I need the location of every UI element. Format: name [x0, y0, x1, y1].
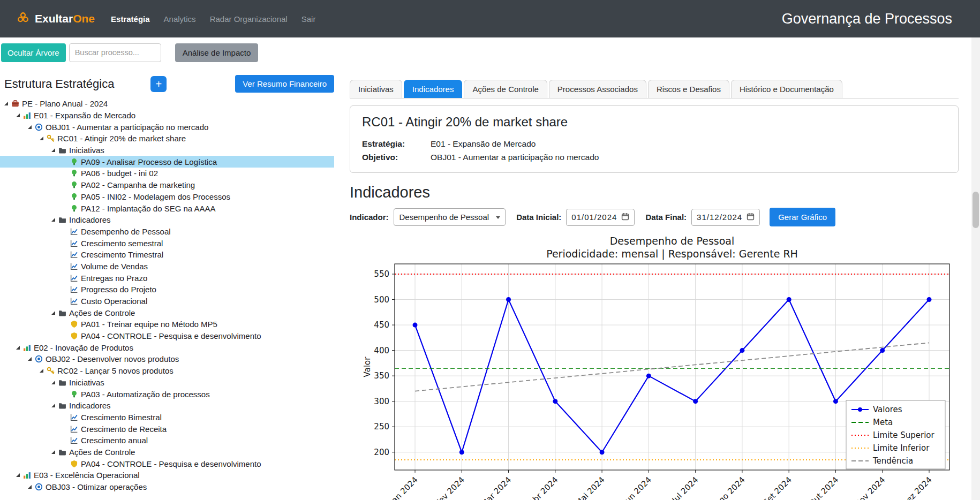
tree-node[interactable]: Crescimento Trimestral: [0, 249, 334, 261]
tree-node[interactable]: Indicadores: [0, 214, 334, 226]
tree-node[interactable]: Crescimento anual: [0, 435, 334, 446]
tab-iniciativas[interactable]: Iniciativas: [350, 80, 402, 98]
tree-node[interactable]: E02 - Inovação de Produtos: [0, 342, 334, 353]
expand-arrow-icon[interactable]: [28, 485, 32, 489]
control-shield-icon: [70, 320, 78, 328]
svg-text:Out 2024: Out 2024: [807, 475, 840, 500]
expand-arrow-icon[interactable]: [51, 218, 55, 222]
tree-node[interactable]: Progresso do Projeto: [0, 284, 334, 296]
expand-arrow-icon[interactable]: [51, 381, 55, 384]
tab-processos-associados[interactable]: Processos Associados: [549, 80, 646, 98]
briefcase-icon: [11, 100, 19, 108]
tree-node-label: OBJ01 - Aumentar a participação no merca…: [46, 123, 208, 132]
brand[interactable]: ExultarOne: [16, 11, 95, 27]
indicator-select[interactable]: Desempenho de Pessoal: [394, 208, 506, 226]
tree-node[interactable]: OBJ02 - Desenvolver novos produtos: [0, 353, 334, 365]
tree-node-label: RC01 - Atingir 20% de market share: [57, 134, 186, 143]
tree-node[interactable]: PA04 - CONTROLE - Pesquisa e desenvolvim…: [0, 330, 334, 342]
search-input[interactable]: [69, 43, 161, 62]
tree-node-label: PA03 - Automatização de processos: [81, 390, 210, 399]
initiative-bulb-icon: [70, 181, 78, 189]
page-title: Governança de Processos: [782, 11, 952, 27]
expand-arrow-icon[interactable]: [28, 125, 32, 129]
tree-node[interactable]: PA05 - INI02 - Modelagem dos Processos: [0, 191, 334, 203]
tab-indicadores[interactable]: Indicadores: [404, 80, 463, 98]
svg-text:Meta: Meta: [873, 418, 893, 427]
tree-node-label: Iniciativas: [69, 378, 104, 387]
tree-node[interactable]: Ações de Controle: [0, 307, 334, 319]
scrollbar-track[interactable]: [971, 37, 980, 500]
tree-node[interactable]: PA12 - Implantação do SEG na AAAA: [0, 202, 334, 214]
expand-arrow-icon[interactable]: [16, 113, 20, 117]
tree-node-label: PA12 - Implantação do SEG na AAAA: [81, 204, 216, 213]
tree-node[interactable]: Indicadores: [0, 400, 334, 412]
tree-node[interactable]: Entregas no Prazo: [0, 272, 334, 284]
tab-ações-de-controle[interactable]: Ações de Controle: [464, 80, 547, 98]
add-node-button[interactable]: +: [150, 76, 167, 92]
detail-field-strategy: Estratégia:E01 - Expansão de Mercado: [362, 137, 946, 150]
tree-node-label: RC02 - Lançar 5 novos produtos: [57, 366, 174, 375]
tree-node[interactable]: PA01 - Treinar equipe no Método MP5: [0, 319, 334, 330]
tree-node-label: E01 - Expansão de Mercado: [34, 111, 135, 120]
tree-node[interactable]: Crescimento de Receita: [0, 423, 334, 435]
nav-item-analytics[interactable]: Analytics: [164, 14, 196, 24]
tree-node[interactable]: Iniciativas: [0, 145, 334, 156]
tree-node[interactable]: PA03 - Automatização de processos: [0, 388, 334, 400]
indicator-chart: Desempenho de PessoalPeriodicidade: mens…: [356, 232, 980, 500]
field-value: E01 - Expansão de Mercado: [431, 139, 536, 148]
hide-tree-button[interactable]: Ocultar Árvore: [1, 43, 66, 62]
expand-arrow-icon[interactable]: [40, 137, 43, 140]
tree-node[interactable]: RC01 - Atingir 20% de market share: [0, 133, 334, 145]
svg-text:Mai 2024: Mai 2024: [574, 475, 607, 500]
tree-node[interactable]: Crescimento Bimestral: [0, 412, 334, 423]
svg-text:350: 350: [374, 371, 389, 381]
expand-arrow-icon[interactable]: [16, 346, 20, 350]
expand-arrow-icon[interactable]: [51, 404, 55, 407]
detail-card: RC01 - Atingir 20% de market share Estra…: [350, 105, 959, 173]
scrollbar-thumb[interactable]: [973, 192, 979, 228]
nav-item-estratégia[interactable]: Estratégia: [111, 14, 150, 24]
tree-node[interactable]: Crescimento semestral: [0, 237, 334, 249]
svg-text:200: 200: [374, 448, 389, 457]
financial-summary-button[interactable]: Ver Resumo Financeiro: [235, 75, 334, 93]
tree-node[interactable]: E03 - Excelência Operacional: [0, 469, 334, 481]
strategy-chart-icon: [23, 344, 31, 352]
tree-node[interactable]: OBJ03 - Otimizar operações: [0, 481, 334, 493]
tree-node[interactable]: Volume de Vendas: [0, 261, 334, 272]
expand-arrow-icon[interactable]: [51, 311, 55, 315]
tree-node[interactable]: OBJ01 - Aumentar a participação no merca…: [0, 121, 334, 133]
start-date-label: Data Inicial:: [516, 213, 561, 222]
tree-node[interactable]: E01 - Expansão de Mercado: [0, 110, 334, 122]
initiative-bulb-icon: [70, 169, 78, 177]
brand-name: ExultarOne: [35, 12, 95, 25]
expand-arrow-icon[interactable]: [40, 369, 43, 373]
tree-node[interactable]: PA02 - Campanha de marketing: [0, 179, 334, 191]
expand-arrow-icon[interactable]: [16, 473, 20, 477]
tree-node[interactable]: PA09 - Analisar Processo de Logística: [0, 156, 334, 168]
folder-icon: [58, 309, 66, 317]
tree-node[interactable]: PA06 - budget - ini 02: [0, 168, 334, 179]
start-date-input[interactable]: 01/01/2024: [566, 209, 635, 226]
tree-node-label: PA02 - Campanha de marketing: [81, 180, 195, 190]
expand-arrow-icon[interactable]: [4, 102, 8, 105]
generate-chart-button[interactable]: Gerar Gráfico: [770, 208, 835, 226]
tree-node[interactable]: RC02 - Lançar 5 novos produtos: [0, 365, 334, 377]
nav-item-sair[interactable]: Sair: [301, 14, 316, 24]
expand-arrow-icon[interactable]: [51, 450, 55, 454]
tree-node-label: Entregas no Prazo: [81, 274, 147, 283]
impact-analysis-button[interactable]: Análise de Impacto: [175, 43, 259, 62]
tree-node[interactable]: Ações de Controle: [0, 446, 334, 458]
tree-node[interactable]: Custo Operacional: [0, 296, 334, 307]
expand-arrow-icon[interactable]: [28, 357, 32, 361]
tree-node[interactable]: PE - Plano Anual - 2024: [0, 98, 334, 110]
tab-histórico-e-documentação[interactable]: Histórico e Documentação: [731, 80, 842, 98]
end-date-input[interactable]: 31/12/2024: [691, 209, 760, 226]
tree-node[interactable]: Iniciativas: [0, 377, 334, 389]
expand-arrow-icon[interactable]: [51, 148, 55, 152]
tree-node-label: E02 - Inovação de Produtos: [34, 343, 133, 352]
tab-riscos-e-desafios[interactable]: Riscos e Desafios: [648, 80, 729, 98]
tree-node[interactable]: Desempenho de Pessoal: [0, 226, 334, 238]
tree-node-label: Indicadores: [69, 215, 111, 224]
tree-node[interactable]: PA04 - CONTROLE - Pesquisa e desenvolvim…: [0, 458, 334, 469]
nav-item-radar-organizacional[interactable]: Radar Organizacional: [210, 14, 288, 24]
